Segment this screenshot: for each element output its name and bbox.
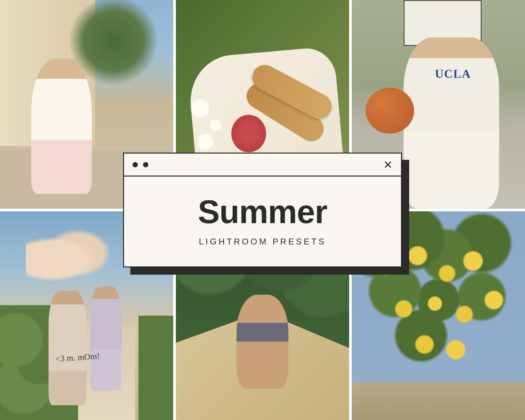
window-dot-icon bbox=[133, 162, 138, 167]
close-icon[interactable]: ✕ bbox=[383, 159, 392, 170]
window-controls-dots bbox=[133, 162, 148, 167]
window-dot-icon bbox=[143, 162, 148, 167]
product-title: Summer bbox=[137, 193, 388, 231]
title-card-titlebar: ✕ bbox=[124, 154, 401, 177]
title-card: ✕ Summer LIGHTROOM PRESETS bbox=[123, 153, 402, 267]
title-card-window: ✕ Summer LIGHTROOM PRESETS bbox=[123, 153, 402, 267]
product-subtitle: LIGHTROOM PRESETS bbox=[137, 237, 388, 247]
ucla-logo-text: UCLA bbox=[435, 67, 471, 81]
